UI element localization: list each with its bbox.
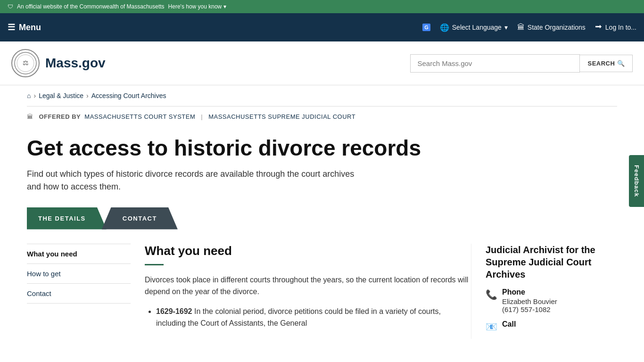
menu-button[interactable]: ☰ Menu xyxy=(8,22,41,33)
bullet-text: In the colonial period, divorce petition… xyxy=(156,307,441,328)
call-label: Call xyxy=(502,320,516,329)
tab-contact[interactable]: CONTACT xyxy=(102,207,178,230)
main-container: ⌂ › Legal & Justice › Accessing Court Ar… xyxy=(16,85,628,339)
nav-right: G 🌐 Select Language ▾ 🏛 State Organizati… xyxy=(422,23,636,32)
supreme-judicial-court-link[interactable]: Massachusetts Supreme Judicial Court xyxy=(208,113,355,120)
navigation-bar: ☰ Menu G 🌐 Select Language ▾ 🏛 State Org… xyxy=(0,13,644,41)
phone-contact-item: 📞 Phone Elizabeth Bouvier (617) 557-1082 xyxy=(486,288,617,313)
tab-details[interactable]: THE DETAILS xyxy=(27,207,107,230)
contact-panel-title: Judicial Archivist for the Supreme Judic… xyxy=(486,244,617,280)
state-organizations-label: State Organizations xyxy=(528,24,586,31)
breadcrumb-court-archives-link[interactable]: Accessing Court Archives xyxy=(91,92,166,99)
pipe-separator: | xyxy=(201,113,203,120)
offered-by-label: OFFERED BY xyxy=(39,113,81,120)
intro-paragraph: Divorces took place in different courts … xyxy=(145,274,471,298)
search-button[interactable]: SEARCH 🔍 xyxy=(580,55,633,72)
select-language-link[interactable]: 🌐 Select Language ▾ xyxy=(440,23,508,32)
breadcrumb: ⌂ › Legal & Justice › Accessing Court Ar… xyxy=(27,85,617,107)
page-title-section: Get access to historic divorce records F… xyxy=(27,127,617,207)
nav-left: ☰ Menu xyxy=(8,22,41,33)
main-text-content: What you need Divorces took place in dif… xyxy=(145,244,471,339)
building-offered-icon: 🏛 xyxy=(27,113,33,120)
globe-icon: 🌐 xyxy=(440,23,449,32)
contact-right-panel: Judicial Archivist for the Supreme Judic… xyxy=(471,244,617,339)
breadcrumb-home-link[interactable]: ⌂ xyxy=(27,92,31,99)
phone-label: Phone xyxy=(502,288,557,296)
section-title: What you need xyxy=(145,244,471,258)
call-details: Call xyxy=(502,320,516,329)
hamburger-icon: ☰ xyxy=(8,22,15,33)
sidebar-item-contact[interactable]: Contact xyxy=(27,284,131,304)
content-layout: What you need How to get Contact What yo… xyxy=(27,230,617,339)
search-area: SEARCH 🔍 xyxy=(410,54,633,73)
google-translate-icon: G xyxy=(422,24,430,31)
breadcrumb-separator-1: › xyxy=(33,92,36,99)
shield-icon: 🛡 xyxy=(8,3,13,10)
sidebar: What you need How to get Contact xyxy=(27,244,131,339)
section-title-underline xyxy=(145,264,164,265)
call-contact-item: 📧 Call xyxy=(486,320,617,332)
select-language-label: Select Language xyxy=(452,24,502,31)
feedback-button[interactable]: Feedback xyxy=(629,155,644,207)
court-system-link[interactable]: Massachusetts Court System xyxy=(84,113,195,120)
phone-number: (617) 557-1082 xyxy=(502,305,557,313)
site-logo-text: Mass.gov xyxy=(45,56,106,71)
login-icon: ⮕ xyxy=(595,23,603,32)
list-item: 1629-1692 In the colonial period, divorc… xyxy=(156,305,471,329)
logo-emblem: ⚖ xyxy=(11,49,40,77)
site-header: ⚖ Mass.gov SEARCH 🔍 xyxy=(0,41,644,85)
breadcrumb-legal-justice-link[interactable]: Legal & Justice xyxy=(39,92,83,99)
top-banner: 🛡 An official website of the Commonwealt… xyxy=(0,0,644,13)
chevron-down-icon: ▾ xyxy=(223,3,226,10)
home-icon: ⌂ xyxy=(27,92,31,99)
heres-how-you-know-link[interactable]: Here's how you know ▾ xyxy=(168,3,227,10)
phone-icon: 📞 xyxy=(486,289,497,300)
svg-text:⚖: ⚖ xyxy=(23,59,29,66)
official-text: An official website of the Commonwealth … xyxy=(17,3,165,10)
search-input[interactable] xyxy=(410,54,580,73)
state-organizations-link[interactable]: 🏛 State Organizations xyxy=(517,23,586,32)
search-icon: 🔍 xyxy=(617,60,625,67)
search-button-label: SEARCH xyxy=(587,60,615,67)
log-in-link[interactable]: ⮕ Log In to... xyxy=(595,23,636,32)
building-icon: 🏛 xyxy=(517,23,525,32)
chevron-down-icon: ▾ xyxy=(504,24,508,31)
mass-seal-icon: ⚖ xyxy=(14,51,37,75)
email-icon: 📧 xyxy=(486,321,497,332)
feedback-sidebar: Feedback xyxy=(629,155,644,207)
breadcrumb-separator-2: › xyxy=(86,92,89,99)
page-title: Get access to historic divorce records xyxy=(27,136,617,160)
logo-area: ⚖ Mass.gov xyxy=(11,49,106,77)
sidebar-item-how-to-get[interactable]: How to get xyxy=(27,264,131,284)
offered-by: 🏛 OFFERED BY Massachusetts Court System … xyxy=(27,107,617,127)
tab-bar: THE DETAILS CONTACT xyxy=(27,207,617,230)
date-range: 1629-1692 xyxy=(156,307,192,315)
log-in-label: Log In to... xyxy=(605,24,636,31)
records-list: 1629-1692 In the colonial period, divorc… xyxy=(145,305,471,329)
sidebar-item-what-you-need[interactable]: What you need xyxy=(27,244,131,264)
left-panel: What you need How to get Contact What yo… xyxy=(27,244,471,339)
page-subtitle: Find out which types of historic divorce… xyxy=(27,168,357,193)
phone-person-name: Elizabeth Bouvier xyxy=(502,297,557,305)
phone-details: Phone Elizabeth Bouvier (617) 557-1082 xyxy=(502,288,557,313)
menu-label: Menu xyxy=(19,23,41,33)
